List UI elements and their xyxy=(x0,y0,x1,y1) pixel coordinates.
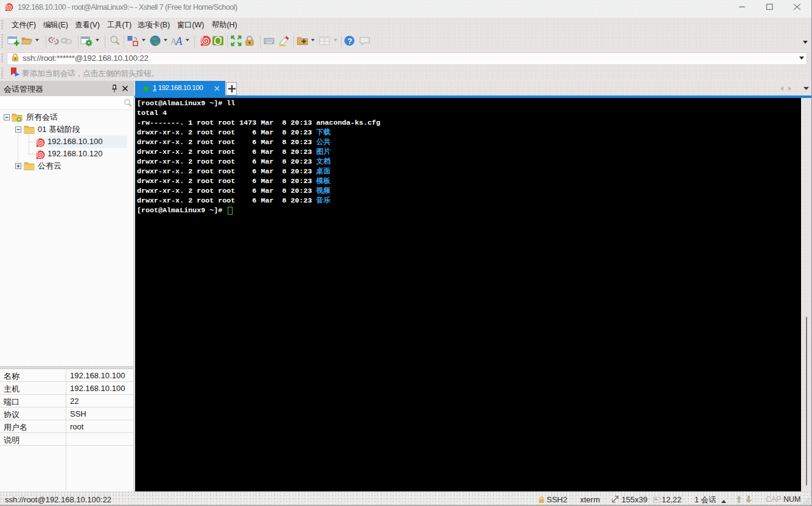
svg-text:?: ? xyxy=(348,36,352,46)
svg-text:A: A xyxy=(175,35,183,47)
